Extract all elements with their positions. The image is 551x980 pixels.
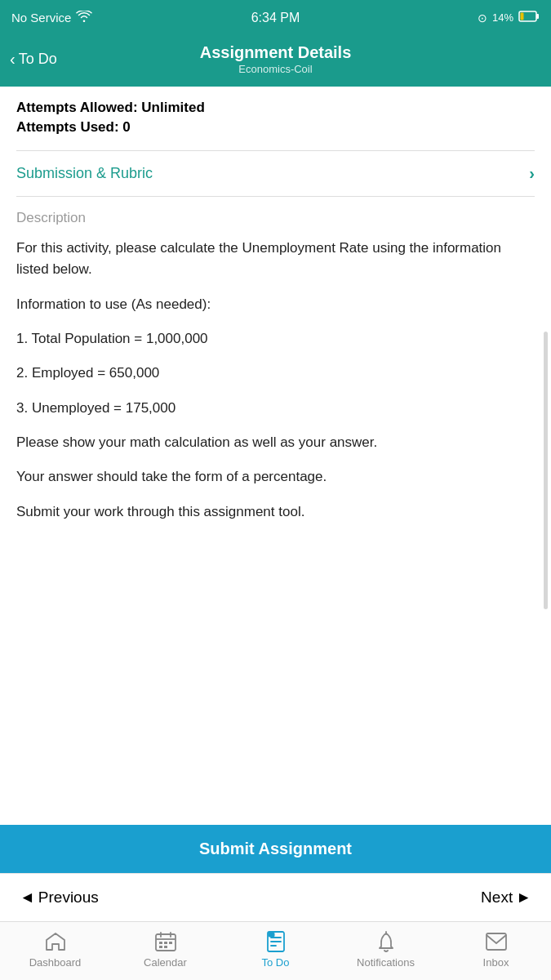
- submit-assignment-button[interactable]: Submit Assignment: [0, 825, 551, 873]
- svg-rect-7: [159, 942, 162, 944]
- dashboard-icon: [43, 930, 68, 953]
- description-heading: Description: [16, 210, 535, 226]
- inbox-icon: [484, 930, 509, 953]
- prev-next-row: ◄ Previous Next ►: [0, 873, 551, 921]
- desc-p8: Submit your work through this assignment…: [16, 501, 535, 523]
- back-chevron-icon: ‹: [10, 50, 16, 69]
- svg-rect-2: [536, 14, 539, 19]
- desc-p5: 3. Unemployed = 175,000: [16, 398, 535, 419]
- page-title: Assignment Details: [200, 43, 352, 62]
- scrollbar[interactable]: [544, 332, 548, 609]
- notifications-icon: [374, 930, 398, 953]
- svg-rect-8: [164, 942, 167, 944]
- back-label: To Do: [19, 51, 57, 68]
- status-time: 6:34 PM: [251, 11, 300, 25]
- battery-label: 14%: [492, 11, 513, 24]
- svg-rect-16: [269, 933, 274, 937]
- description-section: Description For this activity, please ca…: [16, 197, 535, 523]
- description-body: For this activity, please calculate the …: [16, 238, 535, 523]
- tab-notifications-label: Notifications: [357, 956, 415, 969]
- attempts-used: Attempts Used: 0: [16, 119, 535, 136]
- nav-header: ‹ To Do Assignment Details Economics-Coi…: [0, 35, 551, 87]
- back-button[interactable]: ‹ To Do: [10, 50, 57, 69]
- page-subtitle: Economics-Coil: [200, 63, 352, 75]
- status-bar: No Service 6:34 PM ⊙ 14%: [0, 0, 551, 35]
- prev-arrow-icon: ◄: [20, 889, 35, 906]
- next-arrow-icon: ►: [516, 889, 531, 906]
- desc-p4: 2. Employed = 650,000: [16, 363, 535, 384]
- tab-bar: Dashboard Calendar: [0, 921, 551, 980]
- submission-rubric-row[interactable]: Submission & Rubric ›: [16, 151, 535, 197]
- desc-p6: Please show your math calculation as wel…: [16, 432, 535, 453]
- desc-p7: Your answer should take the form of a pe…: [16, 466, 535, 488]
- submit-area: Submit Assignment: [0, 813, 551, 873]
- desc-p2: Information to use (As needed):: [16, 294, 535, 315]
- status-right: ⊙ 14%: [478, 11, 540, 24]
- tab-inbox-label: Inbox: [483, 956, 509, 969]
- todo-icon: [264, 930, 288, 953]
- content-area: Attempts Allowed: Unlimited Attempts Use…: [0, 87, 551, 813]
- tab-dashboard[interactable]: Dashboard: [0, 930, 110, 969]
- submission-chevron-icon: ›: [529, 164, 535, 183]
- svg-rect-11: [164, 946, 167, 948]
- tab-todo-label: To Do: [262, 956, 290, 969]
- carrier-label: No Service: [11, 11, 71, 24]
- calendar-icon: [153, 930, 178, 953]
- submission-label: Submission & Rubric: [16, 165, 153, 182]
- status-left: No Service: [11, 11, 92, 25]
- desc-p1: For this activity, please calculate the …: [16, 238, 535, 281]
- tab-calendar[interactable]: Calendar: [110, 930, 220, 969]
- tab-inbox[interactable]: Inbox: [441, 930, 551, 969]
- next-button[interactable]: Next ►: [481, 889, 531, 906]
- svg-rect-10: [159, 946, 162, 948]
- tab-calendar-label: Calendar: [144, 956, 187, 969]
- tab-notifications[interactable]: Notifications: [331, 930, 441, 969]
- battery-icon: [518, 11, 540, 24]
- tab-todo[interactable]: To Do: [220, 930, 331, 969]
- desc-p3: 1. Total Population = 1,000,000: [16, 328, 535, 350]
- next-label: Next: [481, 889, 513, 906]
- previous-button[interactable]: ◄ Previous: [20, 889, 99, 906]
- location-icon: ⊙: [478, 11, 487, 24]
- nav-title-block: Assignment Details Economics-Coil: [200, 43, 352, 75]
- svg-rect-19: [487, 933, 506, 950]
- wifi-icon: [76, 11, 92, 25]
- prev-label: Previous: [38, 889, 99, 906]
- tab-dashboard-label: Dashboard: [29, 956, 82, 969]
- svg-rect-1: [521, 13, 524, 20]
- attempts-section: Attempts Allowed: Unlimited Attempts Use…: [16, 100, 535, 151]
- svg-rect-9: [169, 942, 172, 944]
- attempts-allowed: Attempts Allowed: Unlimited: [16, 100, 535, 116]
